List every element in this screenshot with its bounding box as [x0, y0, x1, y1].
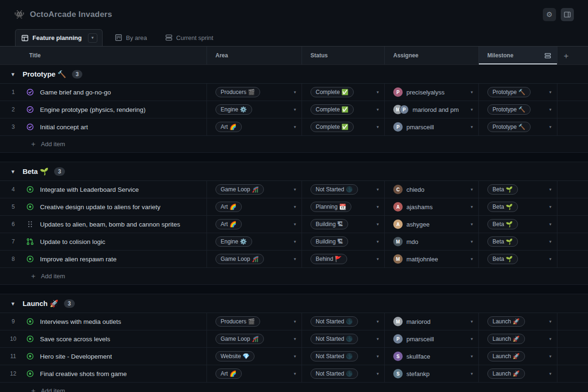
assignee-cell[interactable]: Mmattjohnlee▼ — [385, 251, 479, 267]
row-number: 4 — [0, 186, 26, 193]
chevron-down-icon[interactable]: ▼ — [10, 71, 16, 77]
status-cell[interactable]: Building 🏗▼ — [302, 233, 385, 250]
column-header-title[interactable]: Title — [0, 47, 207, 64]
milestone-cell[interactable]: Prototype 🔨▼ — [479, 118, 557, 135]
assignee-cell[interactable]: Aashygee▼ — [385, 216, 479, 233]
group-header-launch: ▼Launch 🚀3 — [0, 294, 588, 313]
milestone-cell[interactable]: Prototype 🔨▼ — [479, 84, 557, 101]
column-menu-icon[interactable] — [544, 52, 551, 59]
milestone-cell[interactable]: Beta 🌱▼ — [479, 251, 557, 267]
milestone-cell[interactable]: Launch 🚀▼ — [479, 330, 557, 347]
row-spacer-cell — [557, 330, 588, 347]
milestone-cell[interactable]: Launch 🚀▼ — [479, 348, 557, 365]
area-cell[interactable]: Art 🌈▼ — [207, 365, 302, 382]
milestone-cell[interactable]: Beta 🌱▼ — [479, 181, 557, 198]
dropdown-caret-icon: ▼ — [293, 188, 302, 192]
row-spacer-cell — [557, 101, 588, 118]
column-header-status[interactable]: Status — [302, 47, 385, 64]
assignee-cell[interactable]: Mmdo▼ — [385, 233, 479, 250]
item-title[interactable]: Update to colision logic — [40, 238, 105, 245]
assignee-cell[interactable]: Sstefankp▼ — [385, 365, 479, 382]
milestone-cell[interactable]: Launch 🚀▼ — [479, 313, 557, 330]
tab-feature-planning[interactable]: Feature planning ▼ — [15, 29, 103, 46]
assignee-cell[interactable]: Cchiedo▼ — [385, 181, 479, 198]
dropdown-caret-icon: ▼ — [548, 320, 557, 324]
item-title[interactable]: Engine prototype (physics, rendering) — [40, 106, 145, 113]
area-cell[interactable]: Game Loop 🎢▼ — [207, 330, 302, 347]
assignee-cell[interactable]: Sskullface▼ — [385, 348, 479, 365]
assignee-cell[interactable]: Mmariorod▼ — [385, 313, 479, 330]
group-count-badge: 3 — [64, 299, 75, 308]
chevron-down-icon[interactable]: ▼ — [10, 169, 16, 174]
item-title[interactable]: Interviews with media outlets — [40, 318, 121, 325]
assignee-name: mariorod — [406, 318, 430, 325]
item-title[interactable]: Hero site - Developement — [40, 353, 112, 360]
milestone-cell[interactable]: Beta 🌱▼ — [479, 233, 557, 250]
assignee-cell[interactable]: Ppmarsceill▼ — [385, 330, 479, 347]
side-panel-toggle-button[interactable] — [561, 8, 574, 21]
avatar: P — [393, 87, 403, 97]
item-title[interactable]: Creative design update to aliens for var… — [40, 204, 160, 211]
add-item-label: Add item — [41, 141, 65, 148]
column-header-area[interactable]: Area — [207, 47, 302, 64]
area-cell[interactable]: Engine ⚙️▼ — [207, 101, 302, 118]
dropdown-caret-icon: ▼ — [293, 125, 302, 129]
status-cell[interactable]: Not Started 🌑▼ — [302, 313, 385, 330]
add-item-button[interactable]: ＋Add item — [0, 136, 588, 153]
group-spacer — [0, 285, 588, 294]
item-title[interactable]: Improve alien respawn rate — [40, 256, 117, 263]
status-cell[interactable]: Not Started 🌑▼ — [302, 365, 385, 382]
milestone-cell[interactable]: Prototype 🔨▼ — [479, 101, 557, 118]
status-cell[interactable]: Building 🏗▼ — [302, 216, 385, 233]
add-item-button[interactable]: ＋Add item — [0, 383, 588, 392]
area-cell[interactable]: Game Loop 🎢▼ — [207, 251, 302, 267]
dropdown-caret-icon: ▼ — [548, 240, 557, 244]
status-cell[interactable]: Behind 🚩▼ — [302, 251, 385, 267]
item-title[interactable]: Save score across levels — [40, 336, 110, 343]
area-cell[interactable]: Game Loop 🎢▼ — [207, 181, 302, 198]
assignee-cell[interactable]: MPmariorod and pm▼ — [385, 101, 479, 118]
assignee-cell[interactable]: Ppreciselyalyss▼ — [385, 84, 479, 101]
area-cell[interactable]: Art 🌈▼ — [207, 118, 302, 135]
add-column-button[interactable]: ＋ — [562, 50, 570, 61]
dropdown-caret-icon: ▼ — [293, 372, 302, 376]
settings-button[interactable]: ⚙ — [543, 8, 556, 21]
table-row: 8Improve alien respawn rateGame Loop 🎢▼B… — [0, 251, 588, 268]
assignee-cell[interactable]: Ppmarsceill▼ — [385, 118, 479, 135]
area-cell[interactable]: Art 🌈▼ — [207, 216, 302, 233]
status-cell[interactable]: Not Started 🌑▼ — [302, 330, 385, 347]
tab-current-sprint[interactable]: Current sprint — [159, 29, 219, 46]
area-cell[interactable]: Website 💎▼ — [207, 348, 302, 365]
add-item-button[interactable]: ＋Add item — [0, 268, 588, 285]
item-title[interactable]: Updates to alien, beam, bomb and cannon … — [40, 221, 180, 228]
status-cell[interactable]: Complete ✅▼ — [302, 101, 385, 118]
title-cell: 12Final creative shots from game — [0, 365, 207, 382]
item-title[interactable]: Initial concept art — [40, 124, 88, 131]
column-header-milestone[interactable]: Milestone — [479, 47, 557, 64]
chevron-down-icon[interactable]: ▼ — [10, 301, 16, 306]
milestone-cell[interactable]: Beta 🌱▼ — [479, 198, 557, 215]
item-title[interactable]: Game brief and go-no-go — [40, 89, 111, 96]
area-cell[interactable]: Art 🌈▼ — [207, 198, 302, 215]
milestone-cell[interactable]: Beta 🌱▼ — [479, 216, 557, 233]
plus-icon: ＋ — [30, 272, 37, 281]
status-cell[interactable]: Not Started 🌑▼ — [302, 348, 385, 365]
status-cell[interactable]: Not Started 🌑▼ — [302, 181, 385, 198]
area-cell[interactable]: Producers 🎬▼ — [207, 84, 302, 101]
status-cell[interactable]: Complete ✅▼ — [302, 84, 385, 101]
status-cell[interactable]: Complete ✅▼ — [302, 118, 385, 135]
view-options-button[interactable]: ▼ — [88, 33, 97, 43]
tab-by-area[interactable]: By area — [109, 29, 153, 46]
column-header-assignee[interactable]: Assignee — [385, 47, 479, 64]
area-cell[interactable]: Producers 🎬▼ — [207, 313, 302, 330]
plus-icon: ＋ — [30, 140, 37, 149]
status-cell[interactable]: Planning 📆▼ — [302, 198, 385, 215]
item-title[interactable]: Integrate with Leaderboard Service — [40, 186, 139, 193]
closed-issue-icon — [26, 106, 34, 113]
area-cell[interactable]: Engine ⚙️▼ — [207, 233, 302, 250]
dropdown-caret-icon: ▼ — [293, 222, 302, 227]
milestone-cell[interactable]: Launch 🚀▼ — [479, 365, 557, 382]
assignee-cell[interactable]: Aajashams▼ — [385, 198, 479, 215]
status-pill: Not Started 🌑 — [310, 351, 358, 361]
item-title[interactable]: Final creative shots from game — [40, 370, 127, 377]
